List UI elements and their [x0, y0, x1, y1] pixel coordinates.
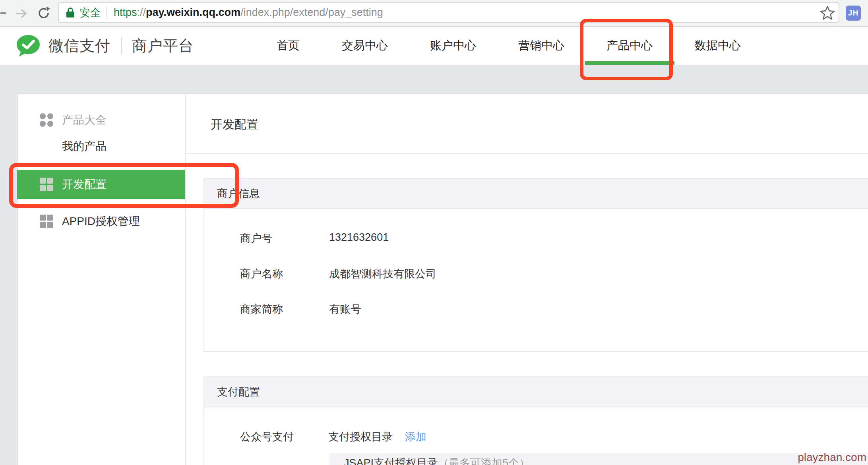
merchant-info-section: 商户信息 商户号 1321632601 商户名称 成都智测科技有限公司 商家简称… — [203, 178, 868, 352]
site-header: 微信支付 商户平台 首页 交易中心 账户中心 营销中心 产品中心 数据中心 — [0, 27, 868, 65]
sidebar-item-label: 我的产品 — [62, 139, 107, 154]
brand-divider — [121, 37, 122, 54]
payment-config-section: 支付配置 公众号支付 支付授权目录 添加 JSAPI支付授权目录（最多可添加5个… — [203, 376, 868, 465]
forward-icon[interactable] — [14, 7, 28, 22]
merchant-shortname-label: 商家简称 — [240, 302, 283, 316]
section-header: 支付配置 — [204, 377, 868, 407]
page-title: 开发配置 — [211, 116, 258, 133]
jsapi-dir-box: JSAPI支付授权目录（最多可添加5个） — [329, 453, 868, 465]
nav-item-home[interactable]: 首页 — [277, 27, 300, 65]
sidebar-item-dev-config[interactable]: 开发配置 — [17, 170, 185, 199]
nav-item-marketing[interactable]: 营销中心 — [518, 27, 564, 65]
brand-name: 微信支付 — [48, 36, 110, 56]
jsapi-dir-label: JSAPI支付授权目录 — [344, 457, 438, 465]
grid-dots-icon — [40, 113, 53, 127]
avatar[interactable]: JH — [846, 6, 861, 21]
lock-icon — [66, 7, 75, 18]
bookmark-star-icon[interactable] — [820, 5, 835, 22]
back-icon[interactable] — [0, 12, 6, 14]
merchant-name-value: 成都智测科技有限公司 — [329, 267, 436, 281]
page-body: 产品大全 我的产品 开发配置 APPID授权管理 开发配置 商户信息 商户号 1… — [0, 93, 868, 465]
url-divider — [107, 6, 107, 19]
sidebar-item-my-products[interactable]: 我的产品 — [62, 139, 107, 154]
secure-badge: 安全 — [79, 6, 101, 20]
brand[interactable]: 微信支付 商户平台 — [16, 27, 194, 65]
wechat-pay-logo-icon — [16, 34, 41, 57]
reload-icon[interactable] — [37, 6, 51, 22]
section-header: 商户信息 — [204, 179, 868, 209]
grid-squares-icon — [40, 215, 53, 228]
add-link[interactable]: 添加 — [405, 430, 426, 444]
nav-item-transactions[interactable]: 交易中心 — [342, 27, 388, 65]
merchant-id-label: 商户号 — [240, 231, 272, 246]
sidebar-item-label: 开发配置 — [62, 177, 107, 192]
sidebar-item-label: APPID授权管理 — [62, 214, 140, 229]
nav-item-products[interactable]: 产品中心 — [606, 27, 653, 65]
nav-item-account[interactable]: 账户中心 — [430, 27, 476, 65]
merchant-id-value: 1321632601 — [329, 231, 389, 244]
active-tab-underline — [585, 61, 674, 65]
address-bar[interactable]: 安全 https :// pay.weixin.qq.com /index.ph… — [58, 2, 839, 23]
nav-item-products-label: 产品中心 — [606, 38, 653, 54]
url-separator: :// — [137, 6, 146, 19]
sidebar-item-all-products[interactable]: 产品大全 — [40, 112, 107, 128]
subheader-band — [0, 65, 868, 93]
jsapi-dir-note: （最多可添加5个） — [438, 457, 530, 465]
official-account-pay-label: 公众号支付 — [240, 430, 294, 444]
merchant-shortname-value: 有账号 — [329, 302, 361, 316]
grid-squares-icon — [40, 178, 53, 191]
main-nav: 首页 交易中心 账户中心 营销中心 产品中心 数据中心 — [277, 27, 741, 65]
watermark: playzhan.com — [798, 451, 866, 464]
url-path: /index.php/extend/pay_setting — [240, 6, 383, 19]
nav-item-data[interactable]: 数据中心 — [695, 27, 741, 65]
url-scheme: https — [114, 6, 137, 19]
merchant-name-label: 商户名称 — [240, 267, 283, 281]
browser-toolbar: 安全 https :// pay.weixin.qq.com /index.ph… — [0, 0, 868, 27]
pay-auth-dir-label: 支付授权目录 — [328, 430, 393, 444]
sidebar-item-label: 产品大全 — [62, 112, 107, 128]
url-domain: pay.weixin.qq.com — [146, 6, 240, 19]
brand-portal: 商户平台 — [132, 36, 194, 56]
sidebar-divider — [185, 94, 186, 465]
title-divider — [186, 153, 868, 154]
sidebar-item-appid-auth[interactable]: APPID授权管理 — [40, 214, 140, 229]
